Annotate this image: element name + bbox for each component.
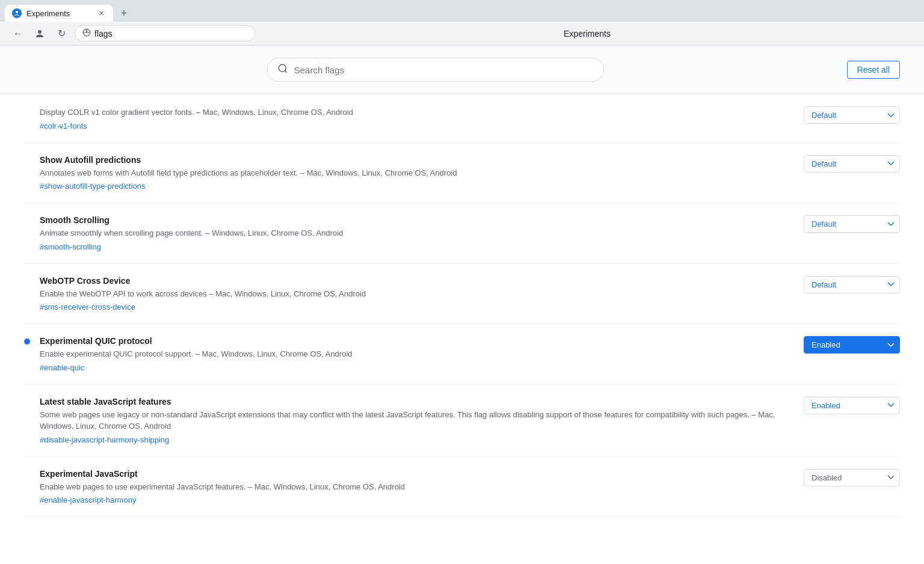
flag-content: Latest stable JavaScript features Some w… xyxy=(40,397,794,444)
flag-content: WebOTP Cross Device Enable the WebOTP AP… xyxy=(40,276,794,312)
flag-select[interactable]: Default Enabled Disabled xyxy=(804,397,900,414)
experiments-tab[interactable]: Experiments ✕ xyxy=(5,5,113,22)
flag-select[interactable]: Default Enabled Disabled xyxy=(804,106,900,124)
flag-content: Smooth Scrolling Animate smoothly when s… xyxy=(40,215,794,251)
flag-description: Display COLR v1 color gradient vector fo… xyxy=(40,106,794,118)
page-title-center: Experiments xyxy=(260,29,914,38)
flag-anchor[interactable]: #colr-v1-fonts xyxy=(40,121,87,130)
url-bar[interactable]: flags xyxy=(75,25,255,41)
flag-item: Experimental JavaScript Enable web pages… xyxy=(24,457,900,518)
flag-anchor[interactable]: #show-autofill-type-predictions xyxy=(40,182,146,191)
flag-select[interactable]: Default Enabled Disabled xyxy=(804,215,900,233)
flag-indicator xyxy=(24,471,30,477)
flag-control: Default Enabled Disabled xyxy=(804,397,900,414)
flag-control: Default Enabled Disabled xyxy=(804,469,900,486)
flag-item: Experimental QUIC protocol Enable experi… xyxy=(24,324,900,385)
tab-bar: Experiments ✕ + xyxy=(0,0,924,22)
tab-close-button[interactable]: ✕ xyxy=(96,8,106,18)
flag-select[interactable]: Default Enabled Disabled xyxy=(804,155,900,173)
flag-item: Smooth Scrolling Animate smoothly when s… xyxy=(24,203,900,264)
flag-anchor[interactable]: #smooth-scrolling xyxy=(40,242,101,251)
flag-content: Display COLR v1 color gradient vector fo… xyxy=(40,106,794,130)
flag-description: Annotates web forms with Autofill field … xyxy=(40,167,794,179)
flag-indicator xyxy=(24,339,30,345)
flag-name: Show Autofill predictions xyxy=(40,155,794,165)
address-bar: ← ↻ flags Experiments xyxy=(0,22,924,46)
flag-select[interactable]: Default Enabled Disabled xyxy=(804,276,900,293)
flag-item: Show Autofill predictions Annotates web … xyxy=(24,143,900,204)
flag-indicator xyxy=(24,399,30,405)
url-text: flags xyxy=(94,29,112,38)
flag-indicator xyxy=(24,278,30,284)
flag-item: Display COLR v1 color gradient vector fo… xyxy=(24,94,900,143)
flag-anchor[interactable]: #sms-receiver-cross-device xyxy=(40,302,135,311)
flag-anchor[interactable]: #disable-javascript-harmony-shipping xyxy=(40,435,169,444)
flag-item: Latest stable JavaScript features Some w… xyxy=(24,385,900,457)
flag-indicator xyxy=(24,109,30,115)
flags-list: Display COLR v1 color gradient vector fo… xyxy=(0,94,924,517)
flag-description: Some web pages use legacy or non-standar… xyxy=(40,409,794,432)
flag-description: Enable the WebOTP API to work across dev… xyxy=(40,288,794,300)
flag-name: WebOTP Cross Device xyxy=(40,276,794,286)
flag-control: Default Enabled Disabled xyxy=(804,336,900,354)
flag-select[interactable]: Default Enabled Disabled xyxy=(804,469,900,486)
flag-content: Show Autofill predictions Annotates web … xyxy=(40,155,794,191)
svg-point-2 xyxy=(38,30,42,34)
flag-anchor[interactable]: #enable-javascript-harmony xyxy=(40,495,136,504)
flag-content: Experimental QUIC protocol Enable experi… xyxy=(40,336,794,372)
flag-indicator xyxy=(24,158,30,164)
flag-description: Enable web pages to use experimental Jav… xyxy=(40,481,794,493)
flag-name: Smooth Scrolling xyxy=(40,215,794,225)
search-input[interactable] xyxy=(294,65,594,75)
reload-button[interactable]: ↻ xyxy=(53,25,70,42)
svg-point-1 xyxy=(16,11,18,13)
flag-control: Default Enabled Disabled xyxy=(804,215,900,233)
svg-point-5 xyxy=(279,64,286,72)
flag-control: Default Enabled Disabled xyxy=(804,155,900,173)
search-icon xyxy=(277,63,288,76)
page-content: Reset all Display COLR v1 color gradient… xyxy=(0,46,924,564)
flag-name: Latest stable JavaScript features xyxy=(40,397,794,406)
url-security-icon xyxy=(82,28,91,38)
back-button[interactable]: ← xyxy=(10,25,26,42)
flag-indicator xyxy=(24,218,30,224)
flag-control: Default Enabled Disabled xyxy=(804,106,900,124)
new-tab-button[interactable]: + xyxy=(116,5,132,22)
tab-favicon xyxy=(12,8,22,18)
flag-control: Default Enabled Disabled xyxy=(804,276,900,293)
flag-description: Enable experimental QUIC protocol suppor… xyxy=(40,348,794,360)
flag-select[interactable]: Default Enabled Disabled xyxy=(804,336,900,354)
flag-name: Experimental QUIC protocol xyxy=(40,336,794,346)
flag-name: Experimental JavaScript xyxy=(40,469,794,479)
flag-anchor[interactable]: #enable-quic xyxy=(40,363,84,372)
search-bar-container: Reset all xyxy=(0,46,924,94)
flag-content: Experimental JavaScript Enable web pages… xyxy=(40,469,794,505)
tab-title: Experiments xyxy=(26,9,91,18)
flag-item: WebOTP Cross Device Enable the WebOTP AP… xyxy=(24,264,900,325)
flag-description: Animate smoothly when scrolling page con… xyxy=(40,227,794,239)
browser-chrome: Experiments ✕ + ← ↻ flags Experiments xyxy=(0,0,924,46)
search-input-wrapper xyxy=(267,58,604,82)
reset-all-button[interactable]: Reset all xyxy=(847,61,900,79)
profile-button[interactable] xyxy=(31,25,48,42)
